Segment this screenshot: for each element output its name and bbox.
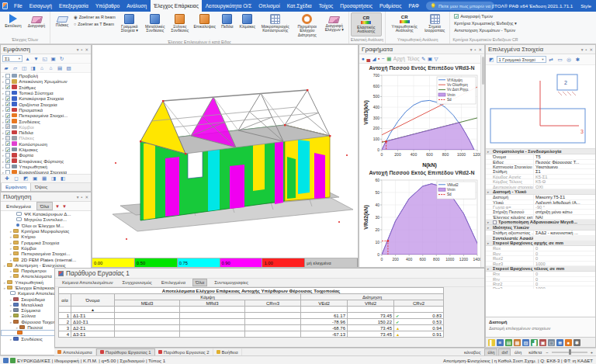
zoom-slider[interactable] (552, 352, 587, 353)
expander-icon[interactable] (2, 164, 4, 169)
selection-toolbar-icon[interactable]: ◎ (565, 56, 573, 64)
model-3d-view[interactable]: 0.000.500.750.901.00μή ελεγμένα (92, 44, 359, 268)
property-value[interactable]: ΝΑΙ (534, 215, 595, 219)
chevron-down-icon[interactable]: ▾ (581, 47, 584, 52)
expander-icon[interactable] (2, 73, 4, 78)
section-preview[interactable]: 2 3 (486, 65, 595, 149)
panel-foot-icon[interactable]: ≡ (497, 339, 504, 346)
menu-item[interactable]: Ανάλυση (123, 0, 151, 12)
display-tree-item[interactable]: Κόμβοι (1, 124, 91, 130)
table-row[interactable]: 2 Δ10-Σ1 -78.96 150.22 ✔0.53 (59, 319, 444, 325)
table-row[interactable]: 3 Δ2-Σ1 -68.76 73.45 ▲0.94 (59, 325, 444, 331)
toolbar-icon[interactable]: ▲ (24, 55, 32, 63)
chart-toolbar-icon[interactable]: ▣ (428, 55, 432, 63)
view-option-toggle[interactable]: όλη (484, 348, 497, 356)
expander-icon[interactable] (2, 102, 4, 107)
display-tree-item[interactable]: Επιφάνειες Φόρτισης (1, 158, 91, 163)
property-value[interactable]: Λαξευτή λιθοδομή (Α... (534, 200, 595, 204)
display-tree-item[interactable]: Οριζόντια Στοιχεία (1, 101, 91, 106)
close-icon[interactable]: ✕ (589, 47, 593, 52)
display-tree-item[interactable]: Πρισματικά (1, 107, 91, 113)
equilibrium-points-button[interactable]: Σημεία Ισορροπίας (421, 12, 448, 35)
checkbox[interactable] (5, 130, 10, 135)
pin-icon[interactable]: ▪ (81, 195, 82, 199)
nav-tree-item[interactable]: Κτήριο (1, 234, 91, 239)
display-tree-item[interactable]: Πέδιλα (1, 130, 91, 135)
checkbox[interactable] (5, 102, 10, 106)
nav-tree-item[interactable]: ΨΚ Κατακόρυφων Δ... (1, 211, 91, 217)
col-group-shear[interactable]: Διάτμηση (301, 294, 444, 300)
property-row[interactable]: Rτz3 1000 (486, 286, 595, 289)
expander-icon[interactable] (10, 302, 12, 307)
punching-perimeters-button[interactable]: Περιμέτροι Ελέγχου Διάτρησης (293, 12, 322, 39)
menu-item[interactable]: Κατ.Σχέδια (283, 0, 315, 12)
close-icon[interactable]: ✕ (478, 47, 482, 52)
expander-icon[interactable] (4, 285, 5, 290)
nav-tree-item[interactable]: Αποτίμηση - Ενισχύσεις (1, 262, 91, 268)
zoeliner-radio-group[interactable]: ◉Zoeliner as R beam ○Zoeliner as T Beam (72, 12, 117, 29)
raft-regions-button[interactable]: Μακροπεριοχές Κοιτόστρωσης (258, 12, 293, 35)
expander-icon[interactable] (2, 119, 4, 124)
selection-count-select[interactable]: 1 Γραμμικό Στοιχεί▾ (497, 56, 546, 63)
property-value[interactable]: 0 (534, 246, 595, 250)
property-value[interactable]: στήριξη μόνο κάτω (534, 210, 595, 213)
chart-toolbar-icon[interactable]: Αρχή (393, 55, 405, 63)
panel-foot-icon[interactable]: ✱ (573, 339, 580, 346)
view-icon[interactable]: ◨ (29, 64, 37, 72)
list-status-icon[interactable] (10, 358, 16, 363)
expander-icon[interactable] (2, 135, 4, 140)
steel-connections-button[interactable]: Μεταλλικές Συνδέσεις (142, 12, 168, 35)
display-tree-item[interactable]: Στάθμες (1, 85, 91, 90)
expander-icon[interactable] (16, 324, 18, 330)
expander-icon[interactable] (10, 336, 12, 341)
property-value[interactable]: Τ5 (534, 154, 595, 158)
display-tree-item[interactable]: Πεπερασμένα Στοιχεί... (1, 113, 91, 118)
table-row[interactable]: 1 Δ1-Σ1 61.17 73.45 ✔0.83 (59, 313, 444, 319)
toolbar-icon[interactable]: ✚ (3, 175, 11, 182)
section-header[interactable]: ▸Ονοματολογία - Συνδεσμολογία (486, 149, 595, 154)
style-menu[interactable]: Style (580, 3, 591, 9)
property-value[interactable]: 0 (534, 272, 595, 276)
view-option-toggle[interactable]: dxf (498, 348, 511, 356)
checkbox[interactable] (5, 124, 10, 129)
menu-item[interactable]: Υπόβαθρο (92, 0, 123, 12)
expander-icon[interactable] (10, 273, 12, 279)
close-icon[interactable]: ✕ (85, 47, 88, 52)
checkbox[interactable] (5, 91, 10, 95)
nav-tab[interactable]: Όλα (36, 202, 53, 210)
menu-item[interactable]: Επεξεργασία (55, 0, 92, 12)
checkbox[interactable] (5, 74, 10, 78)
menu-item[interactable]: Έλεγχος Επάρκειας (151, 0, 203, 12)
menu-item[interactable]: File (11, 0, 26, 12)
plates-button[interactable]: Πλάκες (52, 12, 72, 29)
property-value[interactable]: 0 (534, 282, 595, 286)
expander-icon[interactable] (2, 124, 4, 130)
toolbar-icon[interactable]: ▣ (50, 55, 57, 63)
chart-toolbar-icon[interactable]: ◢ (372, 55, 376, 63)
section-header[interactable]: ▸Τροποποίηση Αδρανειακών Μεγεθ... (486, 220, 595, 225)
grid-status-icon[interactable] (3, 358, 9, 363)
coatings-button[interactable]: Επικαλύψεις (192, 12, 218, 30)
property-value[interactable]: Masonry.T5-Σ1 (534, 195, 595, 199)
selection-toolbar-icon[interactable]: ✱ (574, 56, 582, 64)
checkbox[interactable] (5, 119, 10, 123)
panel-tab[interactable]: Εμφάνιση (1, 183, 31, 191)
stairs-button[interactable]: Κλίμακες (237, 12, 258, 30)
chart-vrd3-n[interactable]: 0200400600800100012000100200300400500600… (363, 72, 481, 168)
toolbar-icon[interactable]: ◱ (41, 55, 49, 63)
filter-clear-icon[interactable]: ▼ (62, 204, 67, 209)
work-tab[interactable]: Όλα (192, 279, 207, 286)
property-value[interactable]: 1000 (534, 286, 595, 289)
chart-toolbar-icon[interactable]: Τέλος (407, 55, 419, 63)
dock-tab[interactable]: Βοήθεια (213, 348, 242, 356)
dock-tab[interactable]: Αποτελέσματα (54, 348, 96, 356)
display-tree-item[interactable]: Κοιτόστρωση (1, 141, 91, 147)
view-icon[interactable]: ⌂ (38, 64, 46, 72)
toolbar-icon[interactable]: ◨ (50, 175, 57, 182)
chart-toolbar-icon[interactable]: ▦ (386, 55, 391, 63)
work-tab[interactable]: Συντομογραφίες (212, 279, 251, 286)
cr-pushover-button[interactable]: CR Υπερωθητικής Ανάλυσης (387, 12, 421, 35)
menu-item[interactable]: Οπλισμοί (255, 0, 283, 12)
panel-foot-icon[interactable]: ▦ (514, 339, 521, 346)
menu-item[interactable]: Τοίχος (315, 0, 337, 12)
